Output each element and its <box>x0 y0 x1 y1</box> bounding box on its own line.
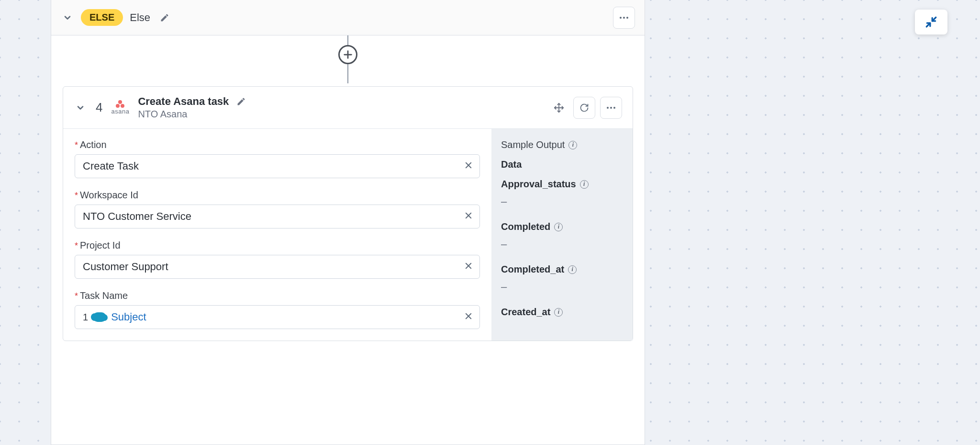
field-project: *Project Id Customer Support <box>75 240 480 279</box>
asana-logo-icon: asana <box>111 100 129 115</box>
flow-connector <box>338 35 357 83</box>
field-workspace: *Workspace Id NTO Customer Service <box>75 190 480 228</box>
svg-point-9 <box>613 107 615 109</box>
project-input[interactable]: Customer Support <box>75 255 480 279</box>
project-label: Project Id <box>80 240 120 251</box>
step-more-button[interactable] <box>600 97 622 119</box>
output-completed-at-label: Completed_at <box>501 264 564 275</box>
collapse-else-icon[interactable] <box>61 11 74 24</box>
clear-action-icon[interactable] <box>464 161 473 171</box>
collapse-step-icon[interactable] <box>74 101 87 114</box>
else-branch-header: ELSE Else <box>51 0 645 35</box>
step-number: 4 <box>96 100 102 115</box>
clear-task-name-icon[interactable] <box>464 312 473 322</box>
action-label: Action <box>80 139 107 150</box>
info-icon[interactable]: i <box>580 180 589 189</box>
output-approval-status-value: – <box>501 195 623 208</box>
workspace-input[interactable]: NTO Customer Service <box>75 205 480 228</box>
collapse-canvas-button[interactable] <box>915 10 947 34</box>
field-action: *Action Create Task <box>75 139 480 178</box>
clear-workspace-icon[interactable] <box>464 211 473 222</box>
add-step-button[interactable] <box>338 45 357 64</box>
sample-output-panel: Sample Output i Data Approval_statusi – … <box>491 129 633 341</box>
step-title: Create Asana task <box>138 95 229 108</box>
svg-point-8 <box>610 107 612 109</box>
sample-output-info-icon[interactable]: i <box>568 141 577 149</box>
svg-point-7 <box>607 107 609 109</box>
step-card: 4 asana Create Asana task NTO Asana <box>63 86 633 341</box>
token-index: 1 <box>83 312 88 323</box>
else-badge: ELSE <box>81 9 123 26</box>
edit-step-icon[interactable] <box>236 97 246 106</box>
svg-point-2 <box>626 17 628 19</box>
action-input[interactable]: Create Task <box>75 154 480 178</box>
field-task-name: *Task Name 1 Subject <box>75 290 480 329</box>
info-icon[interactable]: i <box>554 308 563 317</box>
output-completed-at-value: – <box>501 281 623 293</box>
else-label: Else <box>130 11 150 24</box>
task-name-input[interactable]: 1 Subject <box>75 305 480 329</box>
task-name-label: Task Name <box>80 290 128 301</box>
edit-else-icon[interactable] <box>160 13 169 23</box>
info-icon[interactable]: i <box>568 265 577 274</box>
svg-point-1 <box>623 17 625 19</box>
step-subtitle: NTO Asana <box>138 109 246 120</box>
output-created-at-label: Created_at <box>501 307 550 318</box>
move-step-icon[interactable] <box>549 98 568 117</box>
step-header: 4 asana Create Asana task NTO Asana <box>63 87 633 129</box>
refresh-step-button[interactable] <box>573 97 595 119</box>
output-completed-value: – <box>501 238 623 251</box>
sample-output-title: Sample Output <box>501 139 565 150</box>
token-subject[interactable]: Subject <box>111 311 146 323</box>
output-completed-label: Completed <box>501 221 550 232</box>
step-config-form: *Action Create Task *Workspace Id NTO Cu… <box>63 129 491 341</box>
flow-canvas: ELSE Else 4 asana <box>51 0 645 445</box>
info-icon[interactable]: i <box>554 223 563 231</box>
salesforce-icon <box>93 312 106 322</box>
output-approval-status-label: Approval_status <box>501 179 576 190</box>
output-group-data: Data <box>501 159 623 170</box>
clear-project-icon[interactable] <box>464 262 473 272</box>
else-more-button[interactable] <box>613 7 635 29</box>
workspace-label: Workspace Id <box>80 190 138 201</box>
svg-point-0 <box>620 17 622 19</box>
